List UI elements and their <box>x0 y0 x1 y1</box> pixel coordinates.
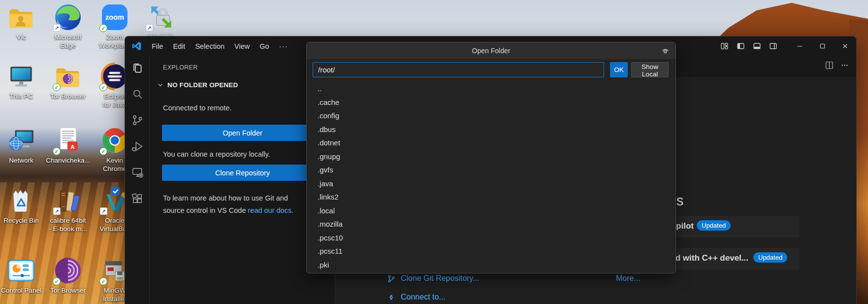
folder-tor-icon: ✓ <box>54 62 82 91</box>
learn-text-line1: To learn more about how to use Git and <box>163 194 288 202</box>
menu-edit[interactable]: Edit <box>168 40 190 52</box>
file-entry[interactable]: .dbus <box>307 123 675 136</box>
dialog-header: Open Folder <box>307 42 675 59</box>
remote-connect-icon <box>387 293 395 302</box>
eye-icon[interactable] <box>661 46 670 55</box>
file-entry[interactable]: .java <box>307 177 675 191</box>
clone-git-repository-link[interactable]: Clone Git Repository... <box>387 274 480 283</box>
desktop-icon-tor-browser[interactable]: ✓Tor Browser <box>43 256 93 295</box>
desktop-icon-label: Tor Browser <box>43 92 93 101</box>
toggle-secondary-sidebar-icon[interactable] <box>769 42 777 50</box>
source-control-icon[interactable] <box>128 111 147 130</box>
menu-go[interactable]: Go <box>255 40 274 52</box>
updated-badge: Updated <box>753 252 787 263</box>
desktop-icon-calibre[interactable]: ↗calibre 64bit- E-book m... <box>43 186 93 234</box>
tor-icon: ✓ <box>54 256 82 285</box>
path-input[interactable] <box>313 62 604 77</box>
sync-check-badge: ✓ <box>99 147 107 155</box>
extensions-icon[interactable] <box>128 189 147 208</box>
more-actions-icon[interactable] <box>840 61 849 70</box>
close-button[interactable] <box>834 36 856 56</box>
desktop-icon-label: Tor Browser <box>43 286 93 295</box>
sidebar-title: EXPLORER <box>163 64 197 71</box>
file-entry[interactable]: .gvfs <box>307 163 675 177</box>
sync-check-badge: ✓ <box>53 147 61 155</box>
open-folder-button[interactable]: Open Folder <box>162 125 323 141</box>
activity-bar <box>125 56 150 304</box>
file-entry[interactable]: .pcsc10 <box>307 231 675 245</box>
explorer-icon[interactable] <box>128 59 147 77</box>
clone-repository-button[interactable]: Clone Repository <box>162 165 323 181</box>
calibre-icon: ↗ <box>54 186 82 215</box>
desktop-icon-label: This PC <box>0 92 46 101</box>
dialog-title: Open Folder <box>472 47 511 55</box>
folder-user-icon <box>7 3 35 32</box>
menu-bar: FileEditSelectionViewGo <box>147 42 274 51</box>
monitor-icon <box>7 62 35 91</box>
file-entry[interactable]: .links2 <box>307 190 675 204</box>
menu-selection[interactable]: Selection <box>190 40 229 52</box>
file-list: ...cache.config.dbus.dotnet.gnupg.gvfs.j… <box>307 82 675 273</box>
file-entry[interactable]: .config <box>307 109 675 123</box>
desktop-icon-tor-browser-folder[interactable]: ✓Tor Browser <box>43 62 93 101</box>
shortcut-arrow-badge: ↗ <box>53 207 61 215</box>
chevron-down-icon <box>157 81 164 89</box>
remote-explorer-icon[interactable] <box>128 163 147 182</box>
shortcut-arrow-badge: ↗ <box>100 207 107 215</box>
file-entry[interactable]: .pcsc11 <box>307 244 675 258</box>
control-panel-icon <box>7 256 35 285</box>
menu-file[interactable]: File <box>147 40 168 52</box>
toggle-primary-sidebar-icon[interactable] <box>737 42 745 50</box>
desktop-icon-label: Vic <box>0 33 46 41</box>
open-folder-dialog: Open Folder OK Show Local ...cache.confi… <box>306 42 676 273</box>
edge-icon: ↗ <box>54 3 82 32</box>
recycle-icon <box>7 186 35 215</box>
menu-overflow-icon[interactable]: ··· <box>274 40 293 52</box>
shortcut-arrow-badge: ↗ <box>146 24 153 32</box>
show-local-button[interactable]: Show Local <box>631 62 669 77</box>
file-entry[interactable]: .cache <box>307 96 675 109</box>
desktop-icon-chanvicheka[interactable]: A✓Chanvicheka... <box>43 126 93 165</box>
svg-text:A: A <box>70 144 74 150</box>
split-editor-icon[interactable] <box>825 61 834 70</box>
file-entry[interactable]: .. <box>307 82 675 96</box>
more-link[interactable]: More... <box>616 274 641 283</box>
desktop-icon-network[interactable]: Network <box>0 126 46 165</box>
sync-check-badge: ✓ <box>53 277 61 285</box>
file-entry[interactable]: .dotnet <box>307 136 675 150</box>
file-entry[interactable]: .pki <box>307 258 675 272</box>
minimize-button[interactable] <box>788 36 811 56</box>
maximize-button[interactable] <box>811 36 834 56</box>
git-branch-icon <box>387 274 395 283</box>
desktop-icon-control-panel[interactable]: Control Panel <box>0 256 46 295</box>
file-entry[interactable]: .ssh <box>307 271 675 273</box>
sync-check-badge: ✓ <box>99 83 107 91</box>
toggle-panel-icon[interactable] <box>753 42 761 50</box>
file-entry[interactable]: .mozilla <box>307 217 675 231</box>
customize-layout-icon[interactable] <box>720 42 729 50</box>
run-and-debug-icon[interactable] <box>128 137 147 156</box>
window-controls <box>716 36 856 56</box>
desktop-icon-recycle-bin[interactable]: Recycle Bin <box>0 186 46 225</box>
desktop-icon-vic[interactable]: Vic <box>0 3 46 41</box>
sync-check-badge: ✓ <box>99 277 107 285</box>
menu-view[interactable]: View <box>229 40 255 52</box>
read-our-docs-link[interactable]: read our docs. <box>248 206 293 214</box>
desktop-icon-label: Control Panel <box>0 286 46 295</box>
zoom-icon: zoom✓ <box>100 3 129 32</box>
file-entry[interactable]: .local <box>307 204 675 218</box>
learn-text-line2: source control in VS Code read our docs. <box>163 206 293 214</box>
connect-to-link[interactable]: Connect to... <box>387 293 446 302</box>
connected-text: Connected to remote. <box>163 104 231 112</box>
network-icon <box>7 126 35 155</box>
sync-check-badge: ✓ <box>99 24 107 32</box>
ok-button[interactable]: OK <box>610 62 628 77</box>
vscode-window: FileEditSelectionViewGo ··· <box>125 36 857 304</box>
section-no-folder-opened[interactable]: NO FOLDER OPENED <box>157 81 238 89</box>
search-icon[interactable] <box>128 85 147 103</box>
desktop-icon-this-pc[interactable]: This PC <box>0 62 46 101</box>
pdf-doc-icon: A✓ <box>54 126 82 155</box>
desktop-icon-microsoft-edge[interactable]: ↗MicrosoftEdge <box>43 3 93 50</box>
svg-text:zoom: zoom <box>105 13 124 21</box>
file-entry[interactable]: .gnupg <box>307 150 675 164</box>
